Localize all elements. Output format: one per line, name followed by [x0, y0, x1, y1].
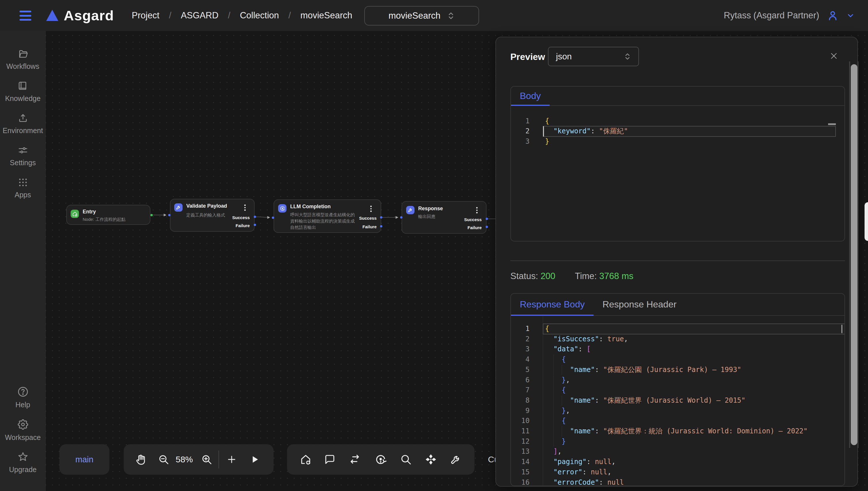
node-validate-payload[interactable]: Validate Payload 定義工具的輸入格式 Success Failu…	[170, 199, 254, 232]
node-menu-kebab[interactable]	[370, 206, 372, 212]
hamburger-menu-icon[interactable]	[20, 10, 31, 21]
node-title: LLM Completion	[290, 204, 331, 210]
branch-button[interactable]: main	[59, 444, 109, 475]
editor-scrollbar-thumb[interactable]	[841, 325, 842, 333]
port-validate-failure[interactable]	[254, 224, 256, 226]
line-number: 15	[511, 467, 530, 478]
code-line: 8 "name": "侏羅紀世界 (Jurassic World) – 2015…	[511, 396, 844, 406]
line-number: 1	[511, 116, 530, 126]
breadcrumb: Project/ASGARD/Collection/movieSearch	[132, 0, 352, 31]
node-subtitle: Node: 工作流程的起點	[83, 216, 147, 223]
user-menu[interactable]: Rytass (Asgard Partner)	[724, 0, 855, 31]
node-llm-completion[interactable]: LLM Completion 呼叫大型語言模型並產生結構化的資料輸出以輔助流程的…	[274, 199, 381, 233]
status-label: Status:	[510, 271, 538, 281]
wrench-icon	[174, 203, 183, 212]
search-icon[interactable]	[400, 454, 412, 465]
port-validate-in[interactable]	[168, 214, 170, 216]
sidebar-item-label: Help	[16, 401, 30, 409]
code-line: 5 "name": "侏羅紀公園 (Jurassic Park) – 1993"	[511, 365, 844, 375]
code-line: 6 },	[511, 375, 844, 385]
close-icon[interactable]	[830, 52, 838, 60]
sidebar-item-environment[interactable]: Environment	[0, 112, 46, 135]
port-llm-success[interactable]	[380, 216, 382, 219]
port-label-success: Success	[359, 216, 377, 221]
current-line-highlight	[543, 323, 845, 335]
sidebar-item-workspace[interactable]: Workspace	[0, 418, 46, 442]
comment-icon[interactable]	[324, 454, 336, 465]
request-body-card: Body 1{2 "keyword": "侏羅紀"3}	[510, 86, 845, 241]
sidebar-nav: WorkflowsKnowledgeEnvironmentSettingsApp…	[0, 31, 46, 491]
status-row: Status: 200 Time: 3768 ms	[510, 271, 633, 281]
workflow-select[interactable]: movieSearch	[364, 6, 479, 26]
port-validate-success[interactable]	[254, 216, 256, 218]
asgard-logo-text: Asgard	[64, 7, 114, 24]
sidebar-item-knowledge[interactable]: Knowledge	[0, 80, 46, 103]
zoom-out-icon[interactable]	[158, 454, 169, 465]
pan-hand-icon[interactable]	[135, 454, 146, 465]
port-label-success: Success	[464, 217, 482, 222]
port-llm-failure[interactable]	[380, 225, 382, 227]
fit-view-icon[interactable]	[424, 453, 437, 466]
tab-body[interactable]: Body	[511, 87, 550, 105]
breadcrumb-item-asgard[interactable]: ASGARD	[181, 10, 218, 21]
add-entry-home-icon[interactable]	[300, 454, 312, 465]
node-entry[interactable]: Entry Node: 工作流程的起點	[66, 205, 151, 225]
response-body-editor[interactable]: 1{2 "isSuccess": true,3 "data": [4 {5 "n…	[511, 316, 844, 486]
code-line: 15 "error": null,	[511, 467, 844, 478]
sidebar-item-help[interactable]: Help	[0, 385, 46, 409]
time-value: 3768 ms	[599, 271, 633, 281]
book-icon	[17, 80, 29, 92]
tab-response-body[interactable]: Response Body	[511, 294, 594, 315]
branch-label: main	[76, 455, 93, 464]
node-menu-kebab[interactable]	[476, 207, 478, 213]
help-circle-icon	[17, 385, 29, 398]
current-line-highlight	[543, 126, 836, 137]
sidebar-item-settings[interactable]: Settings	[0, 145, 46, 167]
node-menu-kebab[interactable]	[244, 204, 246, 211]
workflow-select-value: movieSearch	[389, 10, 441, 21]
line-number: 4	[511, 354, 530, 365]
port-response-success[interactable]	[486, 218, 488, 220]
auto-layout-icon[interactable]	[374, 453, 387, 466]
swap-arrows-icon[interactable]	[349, 453, 361, 466]
code-line: 12 }	[511, 436, 844, 447]
preview-panel: Preview json Body 1{2 "keyword": "侏羅紀"3}…	[495, 37, 858, 487]
format-select[interactable]: json	[548, 47, 639, 66]
response-card: Response BodyResponse Header 1{2 "isSucc…	[510, 293, 845, 486]
line-number: 6	[511, 375, 530, 385]
run-play-icon[interactable]	[250, 454, 260, 465]
sidebar-item-upgrade[interactable]: Upgrade	[0, 451, 46, 474]
port-response-failure[interactable]	[486, 226, 488, 228]
code-line: 2 "isSuccess": true,	[511, 334, 844, 344]
text-cursor	[543, 126, 544, 137]
port-response-in[interactable]	[400, 216, 402, 219]
breadcrumb-item-collection[interactable]: Collection	[240, 10, 279, 21]
port-entry-out[interactable]	[151, 214, 153, 216]
editor-scrollbar-thumb[interactable]	[828, 123, 836, 125]
zoom-in-icon[interactable]	[201, 454, 212, 465]
app-header: Asgard Project/ASGARD/Collection/movieSe…	[0, 0, 868, 31]
breadcrumb-item-moviesearch[interactable]: movieSearch	[300, 10, 352, 21]
code-line: 1{	[511, 116, 844, 126]
star-icon	[17, 451, 29, 463]
code-line: 14 "paging": null,	[511, 457, 844, 467]
sidebar-item-apps[interactable]: Apps	[0, 177, 46, 199]
format-select-value: json	[556, 52, 572, 61]
sidebar-item-label: Upgrade	[9, 465, 37, 474]
sidebar-item-workflows[interactable]: Workflows	[0, 48, 46, 70]
code-line: 3}	[511, 137, 844, 147]
breadcrumb-item-project[interactable]: Project	[132, 10, 159, 21]
node-response[interactable]: Response 輸出回應 Success Failure	[402, 201, 487, 234]
drawer-handle[interactable]	[865, 202, 868, 241]
line-number: 11	[511, 426, 530, 436]
folder-icon	[17, 48, 29, 60]
time-label: Time:	[575, 271, 597, 281]
tab-response-header[interactable]: Response Header	[594, 294, 685, 315]
wrench-tool-icon[interactable]	[450, 454, 462, 465]
add-node-icon[interactable]	[226, 454, 237, 465]
panel-scrollbar-thumb[interactable]	[851, 64, 858, 445]
port-llm-in[interactable]	[272, 216, 274, 219]
chevron-updown-icon	[447, 11, 455, 20]
request-body-editor[interactable]: 1{2 "keyword": "侏羅紀"3}	[511, 106, 844, 241]
code-line: 16 "errorCode": null	[511, 478, 844, 486]
